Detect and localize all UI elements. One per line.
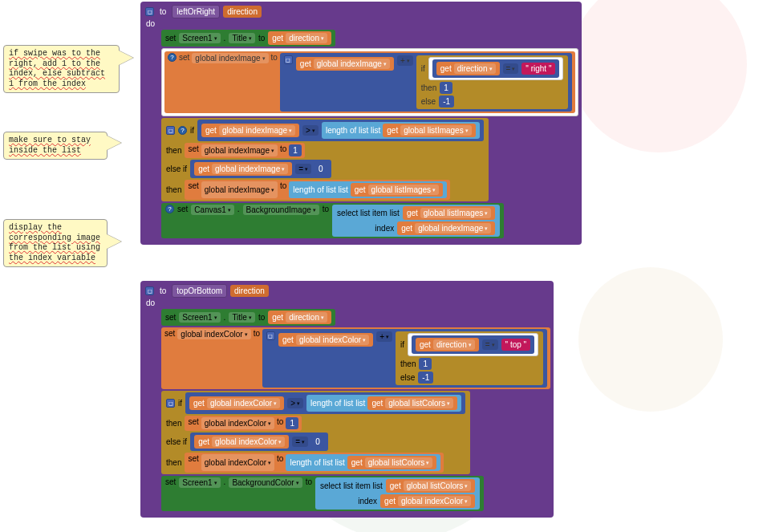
set-screen-title[interactable]: set Screen1▾ . Title▾ to get direction▾ <box>161 309 335 326</box>
length-of-list[interactable]: length of list list get global listColor… <box>286 454 440 471</box>
mutator-icon[interactable]: ◻ <box>266 331 275 340</box>
get-listColors[interactable]: get global listColors▾ <box>347 456 437 469</box>
proc-name[interactable]: leftOrRight <box>172 5 220 18</box>
dd-component: Screen1▾ <box>179 33 220 43</box>
get-listImages[interactable]: get global listImages▾ <box>351 183 443 197</box>
chevron-down-icon: ▾ <box>383 61 387 67</box>
op-eq[interactable]: = ▾ <box>482 339 498 350</box>
chevron-down-icon: ▾ <box>214 315 217 321</box>
mutator-icon[interactable]: ◻ <box>145 7 154 16</box>
get-direction[interactable]: get direction▾ <box>268 311 331 324</box>
get-indexColor[interactable]: get global indexColor▾ <box>380 494 475 508</box>
op-eq[interactable]: = ▾ <box>503 63 519 74</box>
kw-to: to <box>157 7 168 16</box>
chevron-down-icon: ▾ <box>271 148 274 154</box>
compare-gt[interactable]: get global indexImage▾ > ▾ length of lis… <box>197 120 484 141</box>
compare-eq-zero[interactable]: get global indexColor▾ = ▾ 0 <box>190 433 328 451</box>
math-plus[interactable]: ◻ get global indexImage▾ +▾ if <box>280 53 573 112</box>
num-zero[interactable]: 0 <box>311 436 324 448</box>
set-index-image[interactable]: ? set global indexImage▾ to ◻ get global… <box>164 51 575 113</box>
op-plus[interactable]: +▾ <box>397 55 413 66</box>
kw-set: set <box>177 205 188 213</box>
help-icon[interactable]: ? <box>168 53 177 62</box>
op-gt[interactable]: > ▾ <box>287 398 303 408</box>
comment-stay-inside[interactable]: make sure to stay inside the list <box>3 132 108 160</box>
length-of-list[interactable]: length of list list get global listColor… <box>306 395 461 412</box>
get-listImages[interactable]: get global listImages▾ <box>403 206 495 220</box>
inline-if[interactable]: if get direction▾ = ▾ " top " <box>396 331 543 385</box>
get-listImages[interactable]: get global listImages▾ <box>383 124 475 137</box>
math-plus[interactable]: ◻ get global indexColor▾ +▾ if <box>262 329 547 388</box>
kw-to: to <box>258 313 265 322</box>
comment-display-image[interactable]: display the corresponding image from the… <box>3 219 108 267</box>
chevron-down-icon: ▾ <box>312 128 315 134</box>
kw-then: then <box>400 359 416 368</box>
procedure-topOrBottom[interactable]: ◻ to topOrBottom direction do set Screen… <box>140 281 554 518</box>
get-indexImage[interactable]: get global indexImage▾ <box>194 162 292 176</box>
get-indexColor[interactable]: get global indexColor▾ <box>189 396 284 410</box>
get-indexImage[interactable]: get global indexImage▾ <box>397 221 495 235</box>
num-one[interactable]: 1 <box>419 358 432 370</box>
get-listColors[interactable]: get global listColors▾ <box>367 396 457 410</box>
mutator-icon[interactable]: ◻ <box>145 286 154 295</box>
eq-compare[interactable]: get direction▾ = ▾ " top " <box>412 335 534 354</box>
mutator-icon[interactable]: ◻ <box>166 399 175 408</box>
mutator-icon[interactable]: ◻ <box>166 126 175 135</box>
get-direction[interactable]: get direction▾ <box>436 62 500 75</box>
num-one[interactable]: 1 <box>286 417 298 429</box>
num-one[interactable]: 1 <box>440 82 452 94</box>
proc-param[interactable]: direction <box>230 285 269 297</box>
num-negone[interactable]: -1 <box>439 95 454 108</box>
num-negone[interactable]: -1 <box>418 372 433 384</box>
inline-if[interactable]: if get direction▾ = ▾ " right " <box>416 55 569 109</box>
num-zero[interactable]: 0 <box>314 163 327 175</box>
set-screen-title[interactable]: set Screen1▾ . Title▾ to get direction▾ <box>161 30 335 47</box>
set-index-one[interactable]: set global indexImage▾ to 1 <box>185 143 304 158</box>
proc-param[interactable]: direction <box>223 6 262 18</box>
kw-then: then <box>166 185 181 194</box>
kw-then: then <box>166 458 181 467</box>
text-right[interactable]: " right " <box>521 63 555 75</box>
kw-to: to <box>306 477 312 486</box>
eq-compare[interactable]: get direction▾ = ▾ " right " <box>432 59 560 78</box>
set-index-color[interactable]: set global indexColor▾ to ◻ get global i… <box>161 327 550 389</box>
set-canvas-bgimage[interactable]: ? set Canvas1▾ . BackgroundImage▾ to sel… <box>161 203 504 238</box>
chevron-down-icon: ▾ <box>214 480 217 486</box>
chevron-down-icon: ▾ <box>289 128 292 134</box>
get-indexColor[interactable]: get global indexColor▾ <box>278 333 373 347</box>
select-list-item[interactable]: select list item list get global listCol… <box>315 477 480 510</box>
mutator-icon[interactable]: ◻ <box>284 55 293 64</box>
op-eq[interactable]: = ▾ <box>292 437 308 447</box>
op-eq[interactable]: = ▾ <box>295 164 311 174</box>
proc-name[interactable]: topOrBottom <box>172 284 227 298</box>
text-top[interactable]: " top " <box>501 339 531 351</box>
select-list-item[interactable]: select list item list get global listIma… <box>332 205 500 237</box>
op-gt[interactable]: > ▾ <box>302 125 319 136</box>
set-index-len[interactable]: set global indexImage▾ to length of list… <box>185 180 450 200</box>
if-wrap-color[interactable]: ◻ if get global indexColor▾ > ▾ length o… <box>161 391 470 474</box>
set-screen-bgcolor[interactable]: set Screen1▾ . BackgroundColor▾ to selec… <box>161 476 484 511</box>
num-one[interactable]: 1 <box>289 144 302 156</box>
length-of-list[interactable]: length of list list get global listImage… <box>289 181 447 198</box>
get-direction[interactable]: get direction▾ <box>416 338 479 351</box>
kw-set: set <box>165 34 176 43</box>
if-wrap-index[interactable]: ◻ ? if get global indexImage▾ > ▾ length… <box>161 118 489 201</box>
get-indexColor[interactable]: get global indexColor▾ <box>194 435 289 449</box>
chevron-down-icon: ▾ <box>489 66 493 72</box>
chevron-down-icon: ▾ <box>268 420 271 427</box>
procedure-leftOrRight[interactable]: ◻ to leftOrRight direction do set Screen… <box>140 2 582 245</box>
length-of-list[interactable]: length of list list get global listImage… <box>322 122 480 139</box>
compare-eq-zero[interactable]: get global indexImage▾ = ▾ 0 <box>190 160 331 178</box>
get-indexImage[interactable]: get global indexImage▾ <box>296 57 394 71</box>
compare-gt[interactable]: get global indexColor▾ > ▾ length of lis… <box>185 392 465 414</box>
set-index-one[interactable]: set global indexColor▾ to 1 <box>185 416 302 431</box>
help-icon[interactable]: ? <box>165 205 174 213</box>
comment-swipe[interactable]: if swipe was to the right, add 1 to the … <box>3 45 120 93</box>
get-listColors[interactable]: get global listColors▾ <box>386 479 476 493</box>
op-plus[interactable]: +▾ <box>376 331 392 342</box>
set-index-len[interactable]: set global indexColor▾ to length of list… <box>185 453 444 473</box>
help-icon[interactable]: ? <box>178 126 187 135</box>
get-direction[interactable]: get direction▾ <box>268 31 331 45</box>
kw-set: set <box>165 477 176 486</box>
get-indexImage[interactable]: get global indexImage▾ <box>201 124 299 137</box>
